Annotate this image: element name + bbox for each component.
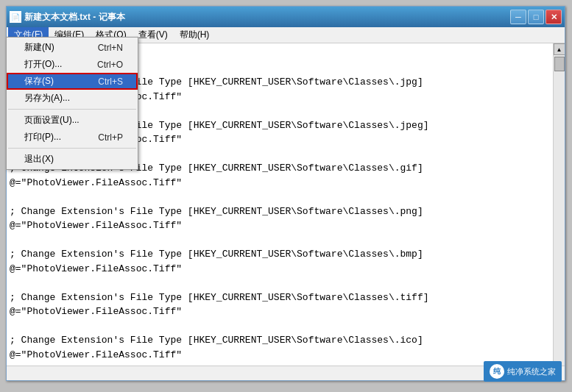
scroll-up-button[interactable]: ▲ <box>554 43 565 55</box>
menu-item-help[interactable]: 帮助(H) <box>174 27 216 43</box>
title-bar: 📄 新建文本文档.txt - 记事本 ─ □ ✕ <box>7 7 565 27</box>
watermark-text: 纯净系统之家 <box>507 366 556 377</box>
title-buttons: ─ □ ✕ <box>510 10 562 24</box>
minimize-button[interactable]: ─ <box>510 10 526 24</box>
file-dropdown: 新建(N) Ctrl+N 打开(O)... Ctrl+O 保存(S) Ctrl+… <box>6 37 138 170</box>
app-icon: 📄 <box>10 11 21 23</box>
menu-item-view[interactable]: 查看(V) <box>133 27 174 43</box>
menu-sep1 <box>8 109 136 110</box>
menu-new[interactable]: 新建(N) Ctrl+N <box>7 39 138 56</box>
close-button[interactable]: ✕ <box>545 10 562 24</box>
watermark: 纯 纯净系统之家 <box>484 361 562 382</box>
menu-saveas[interactable]: 另存为(A)... <box>7 90 138 107</box>
menu-pagesetup[interactable]: 页面设置(U)... <box>7 112 138 129</box>
menu-save[interactable]: 保存(S) Ctrl+S <box>7 73 138 90</box>
scrollbar: ▲ <box>553 43 565 366</box>
window-title: 新建文本文档.txt - 记事本 <box>24 11 125 24</box>
menu-sep2 <box>8 148 136 149</box>
maximize-button[interactable]: □ <box>528 10 544 24</box>
watermark-icon: 纯 <box>490 364 504 379</box>
menu-print[interactable]: 打印(P)... Ctrl+P <box>7 129 138 146</box>
status-bar <box>7 366 565 380</box>
file-menu: 新建(N) Ctrl+N 打开(O)... Ctrl+O 保存(S) Ctrl+… <box>6 37 138 170</box>
menu-exit[interactable]: 退出(X) <box>7 151 138 168</box>
menu-open[interactable]: 打开(O)... Ctrl+O <box>7 56 138 73</box>
scroll-thumb[interactable] <box>554 57 565 71</box>
title-bar-left: 📄 新建文本文档.txt - 记事本 <box>10 11 125 24</box>
